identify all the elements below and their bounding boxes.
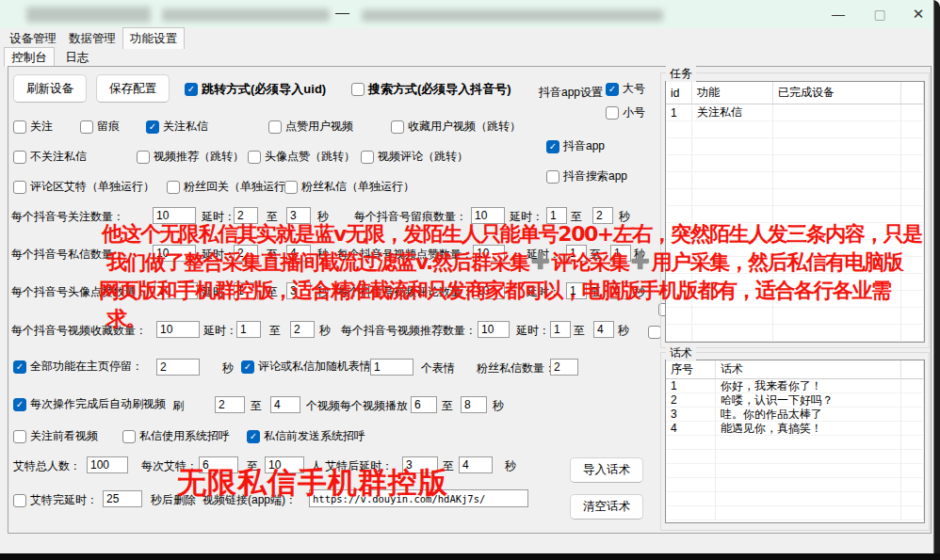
- trace-checkbox[interactable]: [80, 120, 93, 134]
- video-recommend-checkbox[interactable]: [137, 151, 150, 164]
- at-delay-from-input[interactable]: [402, 456, 438, 473]
- follow-count-input[interactable]: [153, 207, 196, 224]
- tab-data-management[interactable]: 数据管理: [63, 29, 122, 49]
- video-collect-delay-from-input[interactable]: [236, 321, 261, 338]
- jump-mode-checkbox[interactable]: [185, 83, 198, 96]
- table-row[interactable]: 3哇。你的作品太棒了: [666, 408, 924, 422]
- table-cell[interactable]: 哇。你的作品太棒了: [716, 408, 901, 422]
- watch-before-follow-checkbox[interactable]: [13, 430, 26, 443]
- avatar-like-checkbox[interactable]: [248, 151, 261, 164]
- table-cell[interactable]: 1: [666, 379, 716, 393]
- table-cell[interactable]: [901, 408, 924, 422]
- checkbox-video-recommend[interactable]: 视频推荐（跳转）: [137, 149, 244, 165]
- checkbox-random-emoji[interactable]: 评论或私信加随机表情: [241, 359, 371, 375]
- checkbox-stay-home[interactable]: 全部功能在主页停留：: [13, 359, 143, 375]
- video-link-input[interactable]: [309, 489, 528, 507]
- table-cell[interactable]: [901, 393, 924, 408]
- avatar-like-delay-from-input[interactable]: [234, 282, 258, 299]
- table-row[interactable]: 1关注私信: [666, 104, 924, 121]
- table-row[interactable]: 1你好，我来看你了！: [666, 379, 924, 393]
- checkbox-video-comment[interactable]: 视频评论（跳转）: [361, 149, 468, 165]
- avatar-like-delay-to-input[interactable]: [286, 282, 311, 299]
- at-total-input[interactable]: [87, 456, 128, 473]
- at-delay-to-input[interactable]: [459, 456, 493, 473]
- checkbox-dm-system-greeting[interactable]: 私信使用系统招呼: [122, 428, 230, 444]
- checkbox-dm-send-greeting[interactable]: 私信前发送系统招呼: [247, 428, 365, 444]
- at-each-from-input[interactable]: [199, 456, 238, 473]
- checkbox-fans-follow-back[interactable]: 粉丝回关（单独运行）: [167, 179, 297, 195]
- table-cell[interactable]: [901, 379, 924, 393]
- checkbox-avatar-like[interactable]: 头像点赞（跳转）: [248, 149, 355, 165]
- table-cell[interactable]: 你好，我来看你了！: [716, 379, 901, 393]
- trace-delay-to-input[interactable]: [592, 207, 613, 224]
- big-account-checkbox[interactable]: [606, 83, 619, 96]
- trace-delay-from-input[interactable]: [546, 207, 567, 224]
- checkbox-no-follow-dm[interactable]: 不关注私信: [13, 149, 87, 165]
- play-from-input[interactable]: [411, 396, 437, 413]
- video-comment-checkbox[interactable]: [361, 151, 374, 164]
- search-mode-checkbox[interactable]: [351, 83, 365, 96]
- video-comment-delay-to-input[interactable]: [610, 282, 631, 299]
- checkbox-jump-mode[interactable]: 跳转方式(必须导入uid): [185, 81, 326, 98]
- table-cell[interactable]: 3: [666, 408, 716, 422]
- trace-count-input[interactable]: [471, 207, 505, 224]
- comment-at-checkbox[interactable]: [13, 181, 26, 194]
- table-cell[interactable]: 能遇见你，真搞笑！: [716, 422, 901, 436]
- checkbox-follow[interactable]: 关注: [13, 119, 53, 135]
- table-cell[interactable]: 2: [666, 393, 716, 408]
- fans-follow-back-checkbox[interactable]: [167, 181, 180, 194]
- at-each-to-input[interactable]: [265, 456, 304, 473]
- table-cell[interactable]: 关注私信: [692, 104, 773, 121]
- stay-home-seconds-input[interactable]: [156, 359, 200, 376]
- subtab-console[interactable]: 控制台: [4, 47, 55, 67]
- avatar-like-count-input[interactable]: [154, 282, 198, 299]
- swipe-from-input[interactable]: [215, 396, 245, 413]
- uid-script-match-checkbox[interactable]: [648, 326, 661, 339]
- video-comment-count-input[interactable]: [473, 282, 505, 299]
- video-recommend-delay-from-input[interactable]: [550, 321, 571, 338]
- follow-delay-from-input[interactable]: [234, 207, 258, 224]
- fans-dm-checkbox[interactable]: [284, 181, 298, 194]
- video-like-count-input[interactable]: [473, 245, 505, 262]
- douyin-app-checkbox[interactable]: [546, 140, 559, 153]
- script-table[interactable]: 序号话术1你好，我来看你了！2哈喽，认识一下好吗？3哇。你的作品太棒了4能遇见你…: [665, 360, 925, 523]
- dm-system-greeting-checkbox[interactable]: [122, 430, 136, 443]
- checkbox-follow-dm[interactable]: 关注私信: [146, 119, 208, 135]
- table-cell[interactable]: [773, 104, 901, 121]
- video-recommend-count-input[interactable]: [478, 321, 510, 338]
- checkbox-small-account[interactable]: 小号: [606, 104, 645, 120]
- table-cell[interactable]: 哈喽，认识一下好吗？: [716, 393, 901, 408]
- table-cell[interactable]: [901, 422, 924, 436]
- checkbox-trace[interactable]: 留痕: [80, 119, 120, 135]
- refresh-devices-button[interactable]: 刷新设备: [13, 74, 87, 103]
- save-config-button[interactable]: 保存配置: [96, 74, 170, 103]
- checkbox-search-mode[interactable]: 搜索方式(必须导入抖音号): [351, 81, 511, 98]
- maximize-icon[interactable]: ▢: [859, 0, 900, 28]
- stay-home-checkbox[interactable]: [13, 360, 26, 374]
- like-user-video-checkbox[interactable]: [268, 120, 282, 134]
- table-cell[interactable]: [901, 104, 924, 121]
- no-follow-dm-checkbox[interactable]: [13, 151, 26, 164]
- checkbox-like-user-video[interactable]: 点赞用户视频: [268, 119, 353, 135]
- video-like-delay-from-input[interactable]: [566, 245, 587, 262]
- tab-function-settings[interactable]: 功能设置: [122, 27, 185, 49]
- tab-device-management[interactable]: 设备管理: [4, 29, 62, 49]
- video-recommend-delay-to-input[interactable]: [593, 321, 614, 338]
- play-to-input[interactable]: [461, 396, 487, 413]
- import-script-button[interactable]: 导入话术: [570, 457, 643, 483]
- follow-checkbox[interactable]: [13, 120, 26, 134]
- auto-swipe-checkbox[interactable]: [13, 398, 26, 411]
- checkbox-comment-at[interactable]: 评论区艾特（单独运行）: [13, 179, 154, 195]
- dm-delay-from-input[interactable]: [234, 245, 258, 262]
- douyin-search-app-checkbox[interactable]: [546, 170, 559, 184]
- follow-dm-checkbox[interactable]: [146, 120, 159, 134]
- video-comment-delay-from-input[interactable]: [566, 282, 587, 299]
- table-cell[interactable]: 1: [666, 104, 692, 121]
- task-table[interactable]: id功能已完成设备1关注私信: [665, 81, 925, 343]
- checkbox-auto-swipe[interactable]: 每次操作完成后自动刷视频: [13, 396, 166, 412]
- checkbox-watch-before-follow[interactable]: 关注前看视频: [13, 428, 98, 444]
- checkbox-douyin-search-app[interactable]: 抖音搜索app: [546, 168, 627, 184]
- checkbox-douyin-app[interactable]: 抖音app: [546, 138, 605, 154]
- at-done-delay-checkbox[interactable]: [13, 494, 26, 507]
- minimize-icon[interactable]: —: [818, 0, 859, 28]
